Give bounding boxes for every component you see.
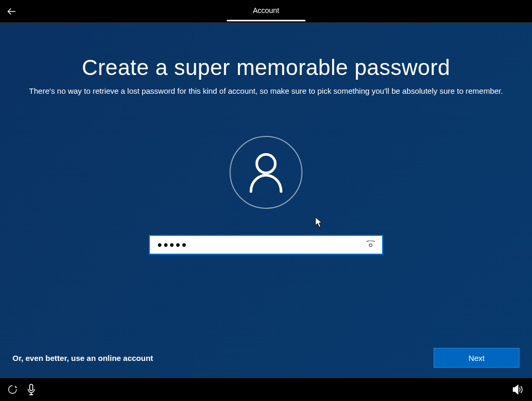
speaker-icon (512, 384, 524, 395)
use-online-account-link[interactable]: Or, even better, use an online account (12, 354, 153, 362)
back-button[interactable] (0, 0, 23, 23)
user-icon (247, 152, 285, 193)
svg-point-3 (9, 386, 17, 394)
svg-rect-4 (30, 384, 33, 391)
eye-icon (365, 241, 376, 249)
cortana-mic-button[interactable] (27, 384, 35, 395)
main-content: Create a super memorable password There'… (0, 23, 532, 378)
bottom-action-row: Or, even better, use an online account N… (0, 348, 532, 368)
svg-point-2 (369, 244, 372, 246)
accessibility-icon (7, 384, 18, 395)
arrow-left-icon (6, 6, 17, 17)
tab-account[interactable]: Account (227, 1, 306, 21)
top-bar: Account (0, 0, 532, 23)
volume-button[interactable] (512, 384, 524, 395)
page-title: Create a super memorable password (82, 55, 450, 80)
svg-point-6 (30, 395, 33, 395)
status-bar (0, 378, 532, 401)
svg-point-1 (257, 154, 275, 173)
page-subtitle: There's no way to retrieve a lost passwo… (29, 86, 503, 95)
cursor-icon (315, 217, 323, 230)
password-reveal-button[interactable] (364, 239, 377, 251)
password-field-container (149, 235, 383, 255)
microphone-icon (27, 384, 35, 395)
ease-of-access-button[interactable] (7, 384, 18, 395)
avatar-placeholder (230, 136, 302, 209)
password-input[interactable] (157, 240, 364, 249)
next-button[interactable]: Next (434, 348, 520, 368)
